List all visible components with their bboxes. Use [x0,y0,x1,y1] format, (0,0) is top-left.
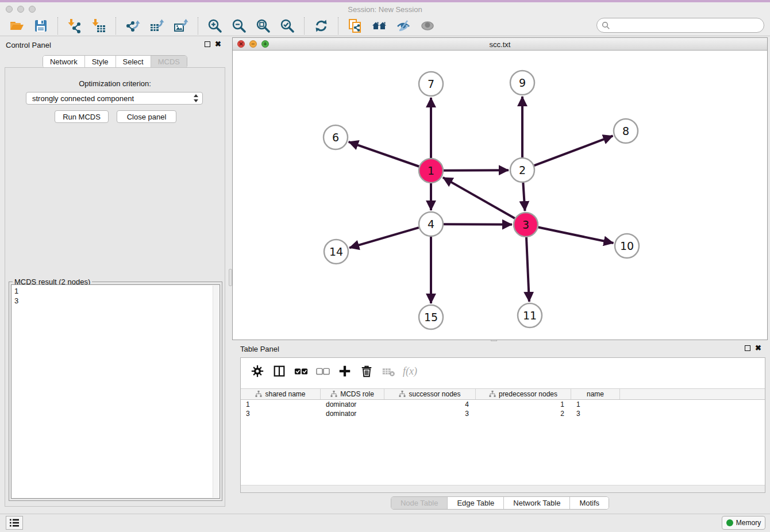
cell-predecessor-nodes[interactable]: 2 [476,409,571,418]
mcds-result-scrollbar[interactable] [213,286,219,498]
network-canvas[interactable]: 7968124314101511 [233,51,767,340]
cell-shared-name[interactable]: 3 [241,409,321,418]
graph-edge-3-10[interactable] [538,228,614,244]
graph-node-11[interactable]: 11 [518,303,542,327]
graph-edge-1-2[interactable] [444,170,509,171]
svg-text:11: 11 [523,309,537,322]
hide-graphics-icon[interactable] [395,18,411,34]
node-table-container: f(x) shared nameMCDS rolesuccessor nodes… [240,357,765,493]
search-input[interactable] [610,20,764,31]
column-attribute-icon [255,391,262,398]
cell-MCDS-role[interactable]: dominator [321,409,384,418]
toolbar-separator [338,17,338,34]
window-titlebar: Session: New Session [0,2,770,16]
search-field[interactable] [596,18,764,33]
control-panel-close-icon[interactable]: ✖ [215,41,221,47]
column-header-successor-nodes[interactable]: successor nodes [384,389,476,399]
table-row[interactable]: 3dominator323 [241,409,765,418]
delete-row-trash-icon[interactable] [358,363,375,380]
zoom-in-icon[interactable] [207,18,223,34]
cell-predecessor-nodes[interactable]: 1 [476,400,571,409]
graph-node-10[interactable]: 10 [615,234,639,258]
svg-text:14: 14 [329,245,343,258]
add-row-icon[interactable] [336,363,353,380]
task-history-button[interactable] [6,516,23,530]
column-header-predecessor-nodes[interactable]: predecessor nodes [476,389,571,399]
export-table-icon[interactable] [149,18,165,34]
criterion-dropdown[interactable]: strongly connected component [26,92,203,105]
cell-name[interactable]: 1 [571,400,620,409]
deselect-all-checkboxes-icon[interactable] [314,363,332,380]
function-builder-icon[interactable]: f(x) [403,365,417,377]
control-tab-network[interactable]: Network [43,56,85,68]
graph-node-3[interactable]: 3 [514,213,538,237]
list-icon [9,518,20,527]
cell-MCDS-role[interactable]: dominator [321,400,384,409]
zoom-selected-icon[interactable] [279,18,295,34]
column-header-MCDS-role[interactable]: MCDS role [321,389,384,399]
reset-home-icon[interactable] [371,18,387,34]
import-network-icon[interactable] [67,18,83,34]
table-settings-gear-icon[interactable] [249,363,266,380]
table-panel-close-icon[interactable]: ✖ [755,345,761,351]
dropdown-stepper-icon [193,94,199,103]
memory-button[interactable]: Memory [722,516,765,530]
column-header-name[interactable]: name [571,389,620,399]
graph-node-2[interactable]: 2 [510,158,534,182]
graph-node-15[interactable]: 15 [419,305,443,329]
graph-node-9[interactable]: 9 [510,71,534,95]
close-panel-button[interactable]: Close panel [117,110,176,123]
export-image-icon[interactable] [173,18,189,34]
network-frame-titlebar[interactable]: ✕ − + scc.txt [233,38,767,51]
table-rows: 1dominator4113dominator323 [241,400,765,418]
zoom-out-icon[interactable] [231,18,247,34]
toolbar-separator [57,17,58,34]
cell-shared-name[interactable]: 1 [241,400,321,409]
table-panel-float-icon[interactable] [745,345,750,351]
svg-text:15: 15 [424,311,438,323]
graph-node-6[interactable]: 6 [324,125,348,149]
table-row[interactable]: 1dominator411 [241,400,765,409]
table-panel-title: Table Panel [240,345,279,353]
column-layout-icon[interactable] [271,363,288,380]
svg-text:1: 1 [428,164,434,177]
graph-edge-4-14[interactable] [349,228,419,248]
graph-edge-4-3[interactable] [444,224,512,225]
graph-node-1[interactable]: 1 [419,159,443,183]
graph-edge-3-11[interactable] [526,237,529,302]
mcds-result-lines: 1 3 [14,286,18,306]
table-tab-edge-table[interactable]: Edge Table [448,497,504,509]
clone-network-icon[interactable] [347,18,363,34]
show-graphics-icon[interactable] [419,18,436,34]
export-network-icon[interactable] [125,18,141,34]
graph-edge-1-6[interactable] [349,142,419,167]
select-all-checkboxes-icon[interactable] [292,363,310,380]
mcds-result-textarea[interactable]: 1 3 [11,284,220,499]
table-tab-network-table[interactable]: Network Table [504,497,570,509]
control-tab-select[interactable]: Select [116,56,151,68]
column-header-shared-name[interactable]: shared name [241,389,321,399]
cell-name[interactable]: 3 [571,409,620,418]
graph-node-7[interactable]: 7 [419,72,443,96]
table-tab-node-table[interactable]: Node Table [391,497,448,509]
cell-successor-nodes[interactable]: 4 [384,400,476,409]
graph-node-14[interactable]: 14 [324,240,348,264]
import-table-icon[interactable] [91,18,107,34]
graph-node-4[interactable]: 4 [419,212,443,236]
graph-edge-2-8[interactable] [534,136,613,165]
control-tab-mcds[interactable]: MCDS [151,56,187,68]
control-tab-style[interactable]: Style [85,56,116,68]
apply-layout-icon[interactable] [313,18,329,34]
graph-edge-3-1[interactable] [443,178,515,218]
control-panel-float-icon[interactable] [205,41,210,47]
save-session-icon[interactable] [33,18,49,34]
delete-table-icon[interactable] [380,363,397,380]
graph-edge-2-3[interactable] [523,183,525,211]
cell-successor-nodes[interactable]: 3 [384,409,476,418]
table-tab-motifs[interactable]: Motifs [570,497,609,509]
fit-content-icon[interactable] [255,18,271,34]
open-session-icon[interactable] [9,18,25,34]
status-bar: Memory [0,514,770,532]
graph-node-8[interactable]: 8 [614,119,638,143]
run-mcds-button[interactable]: Run MCDS [55,110,109,123]
